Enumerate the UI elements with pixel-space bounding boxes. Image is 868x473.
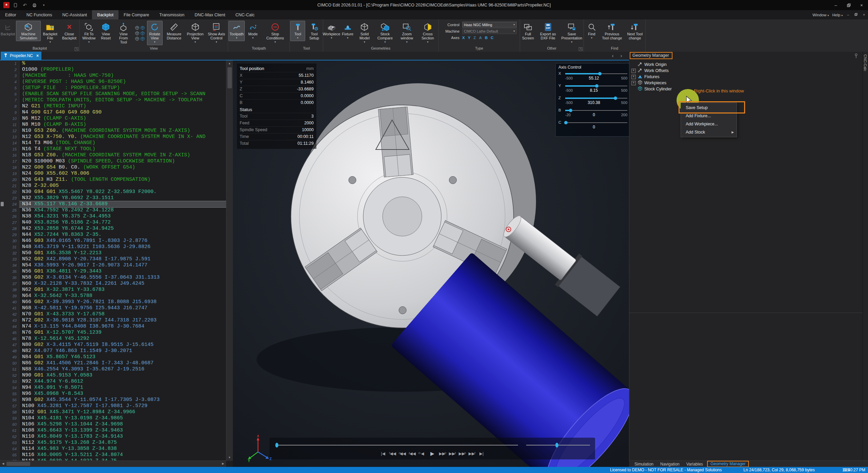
scroll-up-icon[interactable]: ▲ (226, 60, 233, 67)
code-line[interactable]: N88 X46.2554 Y4.3093 I-35.6267 J-19.2516 (19, 366, 226, 372)
view-reset-button[interactable]: View Reset (98, 21, 113, 41)
show-axis-control-button[interactable]: Show Axis Control▾ (205, 21, 227, 45)
code-line[interactable]: N116 X46.0005 Y-13.5211 Z-34.8074 (19, 452, 226, 458)
tree-item-workpieces[interactable]: +Workpieces (629, 80, 863, 86)
code-line[interactable]: N14 T3 M06 (TOOL CHANGE) (19, 140, 226, 146)
axis-letter-c[interactable]: C (491, 36, 494, 40)
panel-tab-variables[interactable]: Variables (684, 462, 706, 467)
code-line[interactable]: (SETUP FILE : PROPELLER.SETUP) (19, 85, 226, 91)
next-tool-change-button[interactable]: Next Tool change (625, 21, 645, 41)
code-line[interactable]: N34 X55.117 Y8.146 Z-33.6689 (19, 201, 226, 207)
code-line[interactable]: N102 G01 X45.3471 Y-12.8984 Z-34.9966 (19, 409, 226, 415)
mdi-restore-button[interactable] (853, 13, 858, 17)
view-cube-icon[interactable] (135, 36, 140, 41)
code-line[interactable]: N54 X38.5993 Y-26.9017 I-26.9073 J14.147… (19, 262, 226, 268)
backplot-file-button[interactable]: Backplot File▾ (41, 21, 59, 45)
tool-button[interactable]: Tool▾ (290, 21, 305, 41)
fit-to-window-button[interactable]: Fit To Window▾ (80, 21, 98, 45)
minimize-button[interactable]: – (829, 0, 842, 10)
find-button[interactable]: Find▾ (584, 21, 599, 41)
code-line[interactable]: N58 G02 X-3.0134 Y-46.5556 I-37.0643 J31… (19, 275, 226, 281)
code-line[interactable]: N56 G01 X36.4811 Y-29.3443 (19, 268, 226, 275)
menu-item-add-workpiece[interactable]: Add Workpiece... (681, 120, 737, 128)
dialog-launcher-icon[interactable]: ↘ (579, 47, 583, 51)
code-line[interactable]: (ENABLE SCAN SETUP FILE SCANNING MODE, E… (19, 91, 226, 97)
control-select[interactable]: Haas NGC Milling▾ (462, 22, 517, 28)
code-line[interactable]: N86 G02 X41.4506 Y21.2846 I-7.343 J-48.0… (19, 360, 226, 366)
code-line[interactable]: O1000 (PROPELLER) (19, 67, 226, 73)
export-as-dxf-file-button[interactable]: DXFExport as DXF File (536, 21, 560, 41)
view-from-tool-button[interactable]: View From Tool (114, 21, 133, 45)
play-button[interactable]: ▶ (429, 450, 436, 457)
close-button[interactable]: × (855, 0, 868, 10)
axis-letter-x[interactable]: X (462, 36, 465, 40)
tree-expand-icon[interactable]: + (631, 75, 636, 79)
code-line[interactable]: N90 G01 X45.9153 Y.0583 (19, 372, 226, 379)
menu-tab-backplot[interactable]: Backplot (92, 10, 118, 19)
solid-model-button[interactable]: Solid Model▾ (356, 21, 373, 45)
axis-slider-track[interactable] (565, 122, 627, 123)
vertical-scrollbar[interactable]: ▲ ▼ (226, 60, 233, 461)
code-line[interactable]: N94 X45.091 Y-8.5071 (19, 385, 226, 391)
code-line[interactable]: N20 S10000 M03 (SPINDLE SPEED, CLOCKWISE… (19, 158, 226, 164)
prev-z-level-button[interactable]: ◀◀Z (409, 450, 416, 457)
code-line[interactable]: N22 G00 G54 B0. C0. (WORK OFFSET G54) (19, 164, 226, 171)
code-line[interactable]: N40 X53.8256 Y8.5186 Z-34.772 (19, 220, 226, 226)
speed-slider-thumb[interactable] (555, 443, 558, 448)
axis-letter-y[interactable]: Y (468, 36, 470, 40)
panel-tab-geometry-manager[interactable]: Geometry Manager (707, 461, 749, 467)
code-line[interactable]: N74 X-13.115 Y44.8408 I38.9678 J-30.7684 (19, 323, 226, 330)
code-line[interactable]: N62 G01 X-32.3871 Y-33.6783 (19, 287, 226, 293)
code-line[interactable]: N70 G01 X-43.3733 Y-17.6758 (19, 311, 226, 317)
code-line[interactable]: N38 X54.3231 Y8.375 Z-34.4953 (19, 213, 226, 220)
file-tab[interactable]: Propeller.NC × (1, 52, 41, 60)
go-to-start-button[interactable]: |◀ (380, 450, 387, 457)
progress-slider[interactable] (276, 445, 518, 445)
next-tool-change-button[interactable]: ▶▶T (468, 450, 475, 457)
vscroll-thumb[interactable] (227, 67, 232, 88)
axis-letter-z[interactable]: Z (474, 36, 476, 40)
code-line[interactable]: N2 G21 (METRIC INPUT) (19, 103, 226, 109)
menu-tab-transmission[interactable]: Transmission (154, 10, 189, 19)
code-line[interactable]: N44 X52.7244 Y8.8363 Z-35. (19, 232, 226, 238)
prev-tool-change-button[interactable]: ◀◀T (390, 450, 396, 457)
axis-letter-a[interactable]: A (479, 36, 482, 40)
code-line[interactable]: N8 M10 (CLAMP B-AXIS) (19, 122, 226, 128)
step-back-button[interactable]: ◀O (419, 450, 426, 457)
cnc-calc-side-tab[interactable]: CNC-Calc (863, 54, 867, 71)
menu-tab-nc-functions[interactable]: NC Functions (21, 10, 57, 19)
axis-slider-thumb[interactable] (564, 121, 568, 124)
axis-slider-track[interactable] (565, 98, 627, 99)
code-line[interactable]: N24 G00 X55.602 Y8.006 (19, 171, 226, 177)
code-line[interactable]: N26 G43 H3 Z11. (TOOL LENGTH COMPENSATIO… (19, 177, 226, 183)
measure-distance-button[interactable]: Measure Distance (163, 21, 185, 41)
code-line[interactable]: N68 X-42.5811 Y-19.9756 I25.9443 J16.274… (19, 305, 226, 311)
rotate-view-button[interactable]: Rotate View▾ (147, 21, 163, 45)
code-line[interactable]: (MACHINE : HAAS UMC-750) (19, 73, 226, 79)
zoom-window-button[interactable]: Zoom window▾ (397, 21, 417, 45)
tree-expand-icon[interactable]: + (631, 69, 636, 73)
view-orientation-grid[interactable] (135, 25, 145, 41)
tree-item-work-origin[interactable]: Work Origin (629, 62, 863, 68)
progress-slider-thumb[interactable] (275, 443, 278, 448)
help-menu[interactable]: Help ▾ (832, 13, 843, 17)
code-line[interactable]: N16 T4 (STAGE NEXT TOOL) (19, 146, 226, 152)
code-line[interactable]: N106 X45.5298 Y-13.1044 Z-34.9698 (19, 421, 226, 427)
code-line[interactable]: N92 X44.974 Y-6.8612 (19, 379, 226, 385)
view-cube-icon[interactable] (135, 25, 140, 31)
code-line[interactable]: N100 X45.3281 Y-12.7587 I-17.9881 J-.572… (19, 403, 226, 409)
code-line[interactable]: % (19, 60, 226, 67)
file-tab-close-icon[interactable]: × (36, 53, 39, 58)
code-line[interactable]: N72 G02 X-36.9818 Y28.3107 I44.7318 J17.… (19, 317, 226, 323)
axis-slider-thumb[interactable] (569, 109, 572, 112)
stock-compare-button[interactable]: Stock Compare▾ (374, 21, 396, 45)
toolpath-button[interactable]: Toolpath▾ (228, 21, 245, 41)
code-line[interactable]: N66 G02 X-39.3993 Y-26.7821 I8.8088 J15.… (19, 299, 226, 305)
panel-tab-simulation[interactable]: Simulation (632, 462, 656, 467)
axis-letter-b[interactable]: B (485, 36, 487, 40)
menu-item-add-fixture[interactable]: Add Fixture... (681, 112, 737, 120)
code-line[interactable]: N114 X45.983 Y-13.3858 Z-34.838 (19, 446, 226, 452)
code-line[interactable]: N36 X54.7592 Y8.2492 Z-34.1228 (19, 207, 226, 213)
code-line[interactable]: N18 G53 Z60. (MACHINE COORDINATE SYSTEM … (19, 152, 226, 158)
axis-slider-track[interactable] (565, 86, 627, 86)
